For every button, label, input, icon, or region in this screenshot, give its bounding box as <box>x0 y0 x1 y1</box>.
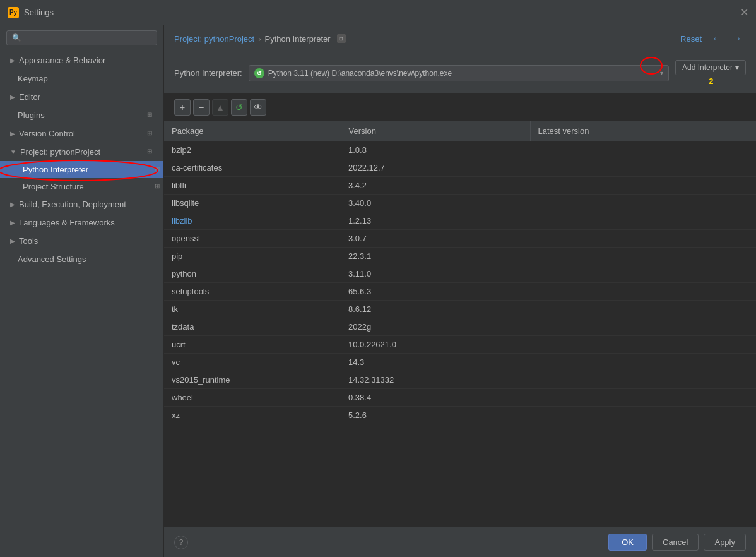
help-button[interactable]: ? <box>174 536 188 549</box>
arrow-icon: ▶ <box>10 130 15 137</box>
annotation-number-2: 2 <box>709 76 713 86</box>
table-header-row: Package Version Latest version <box>164 121 756 141</box>
toolbar: + − ▲ ↺ 👁 <box>164 94 756 121</box>
main-layout: ▶ Appearance & Behavior Keymap ▶ Editor … <box>0 25 756 557</box>
sidebar-item-label: Version Control <box>19 129 75 138</box>
add-interpreter-arrow-icon: ▾ <box>735 63 739 72</box>
bottom-actions: OK Cancel Apply <box>608 534 746 551</box>
arrow-icon: ▼ <box>10 148 16 155</box>
add-interpreter-label: Add Interpreter <box>682 63 733 72</box>
add-package-button[interactable]: + <box>174 99 191 116</box>
arrow-icon: ▶ <box>10 237 15 244</box>
arrow-icon: ▶ <box>10 219 15 226</box>
apply-button[interactable]: Apply <box>704 534 746 551</box>
package-table-wrap: Package Version Latest version bzip21.0.… <box>164 121 756 527</box>
interpreter-value: Python 3.11 (new) D:\anaconda3\envs\new\… <box>268 69 452 78</box>
sidebar: ▶ Appearance & Behavior Keymap ▶ Editor … <box>0 25 164 557</box>
sidebar-item-plugins[interactable]: Plugins ⊞ <box>0 106 163 124</box>
interpreter-bar: Python Interpreter: ↺ Python 3.11 (new) … <box>164 52 756 94</box>
sidebar-item-build[interactable]: ▶ Build, Execution, Deployment <box>0 195 163 213</box>
dropdown-arrow-icon[interactable]: ▾ <box>660 69 663 76</box>
up-button[interactable]: ▲ <box>212 99 228 116</box>
refresh-button[interactable]: ↺ <box>231 99 247 116</box>
remove-package-button[interactable]: − <box>193 99 210 116</box>
close-button[interactable]: ✕ <box>740 8 748 18</box>
table-row: libffi3.4.2 <box>164 177 756 195</box>
sidebar-item-tools[interactable]: ▶ Tools <box>0 232 163 250</box>
pin-icon[interactable]: ⊟ <box>337 34 346 43</box>
table-row: libsqlite3.40.0 <box>164 195 756 212</box>
col-latest: Latest version <box>530 121 756 141</box>
search-bar <box>0 25 163 51</box>
sidebar-item-editor[interactable]: ▶ Editor <box>0 88 163 106</box>
interpreter-select[interactable]: ↺ Python 3.11 (new) D:\anaconda3\envs\ne… <box>249 65 669 81</box>
col-package: Package <box>164 121 341 141</box>
table-row: tk8.6.12 <box>164 301 756 318</box>
show-button[interactable]: 👁 <box>250 99 266 116</box>
sidebar-item-label: Advanced Settings <box>18 255 86 264</box>
search-input[interactable] <box>6 30 157 45</box>
panel-header: Project: pythonProject › Python Interpre… <box>164 25 756 52</box>
sidebar-child-label: Project Structure <box>23 182 84 191</box>
sidebar-item-label: Plugins <box>18 111 45 120</box>
sidebar-item-label: Tools <box>19 236 38 246</box>
ok-button[interactable]: OK <box>608 534 647 551</box>
reset-button[interactable]: Reset <box>676 33 706 45</box>
cancel-button[interactable]: Cancel <box>652 534 699 551</box>
title-bar: Py Settings ✕ <box>0 0 756 25</box>
table-row: openssl3.0.7 <box>164 230 756 248</box>
table-row: wheel0.38.4 <box>164 389 756 407</box>
sidebar-item-keymap[interactable]: Keymap <box>0 69 163 88</box>
sidebar-item-label: Keymap <box>18 74 48 83</box>
table-row: vs2015_runtime14.32.31332 <box>164 371 756 389</box>
back-button[interactable]: ← <box>708 32 726 45</box>
table-row: setuptools65.6.3 <box>164 283 756 301</box>
sidebar-item-advanced[interactable]: Advanced Settings <box>0 250 163 268</box>
table-row: ca-certificates2022.12.7 <box>164 159 756 177</box>
app-icon: Py <box>8 7 19 18</box>
sidebar-item-languages[interactable]: ▶ Languages & Frameworks <box>0 213 163 232</box>
structure-icon: ⊞ <box>155 183 163 191</box>
sidebar-item-project-structure[interactable]: Project Structure ⊞ <box>0 178 163 195</box>
breadcrumb-current: Python Interpreter <box>265 34 331 44</box>
col-version: Version <box>341 121 530 141</box>
sidebar-child-label: Python Interpreter <box>23 165 88 174</box>
nav-buttons: Reset ← → <box>676 32 746 45</box>
sidebar-item-appearance[interactable]: ▶ Appearance & Behavior <box>0 51 163 69</box>
breadcrumb: Project: pythonProject › Python Interpre… <box>174 34 676 44</box>
bottom-bar: ? OK Cancel Apply <box>164 527 756 557</box>
vcs-icon: ⊞ <box>147 129 156 138</box>
arrow-icon: ▶ <box>10 57 15 64</box>
interpreter-label: Python Interpreter: <box>174 68 242 78</box>
table-row: tzdata2022g <box>164 318 756 336</box>
table-row: vc14.3 <box>164 354 756 371</box>
table-row: ucrt10.0.22621.0 <box>164 336 756 354</box>
arrow-icon: ▶ <box>10 93 15 100</box>
sidebar-item-label: Languages & Frameworks <box>19 218 115 227</box>
python-icon: ↺ <box>254 68 264 78</box>
right-panel: Project: pythonProject › Python Interpre… <box>164 25 756 557</box>
table-row: bzip21.0.8 <box>164 141 756 159</box>
settings-icon: ⊞ <box>147 111 156 120</box>
window-title: Settings <box>24 8 54 17</box>
sidebar-item-label: Build, Execution, Deployment <box>19 200 126 209</box>
table-row: libzlib1.2.13 <box>164 212 756 230</box>
table-row: pip22.3.1 <box>164 248 756 265</box>
sidebar-item-label: Project: pythonProject <box>20 147 100 157</box>
sidebar-item-version-control[interactable]: ▶ Version Control ⊞ <box>0 124 163 143</box>
arrow-icon: ▶ <box>10 201 15 208</box>
package-table: Package Version Latest version bzip21.0.… <box>164 121 756 424</box>
table-row: python3.11.0 <box>164 265 756 283</box>
add-interpreter-button[interactable]: Add Interpreter ▾ <box>675 60 746 75</box>
project-icon: ⊞ <box>147 148 156 157</box>
sidebar-item-label: Appearance & Behavior <box>19 56 105 65</box>
breadcrumb-separator: › <box>258 34 261 44</box>
sidebar-item-python-interpreter[interactable]: Python Interpreter ⊞ <box>0 161 163 178</box>
interpreter-icon: ⊞ <box>155 165 163 174</box>
sidebar-item-project[interactable]: ▼ Project: pythonProject ⊞ <box>0 143 163 161</box>
table-row: xz5.2.6 <box>164 407 756 424</box>
breadcrumb-project-link[interactable]: Project: pythonProject <box>174 34 254 44</box>
forward-button[interactable]: → <box>728 32 746 45</box>
sidebar-item-label: Editor <box>19 92 40 102</box>
